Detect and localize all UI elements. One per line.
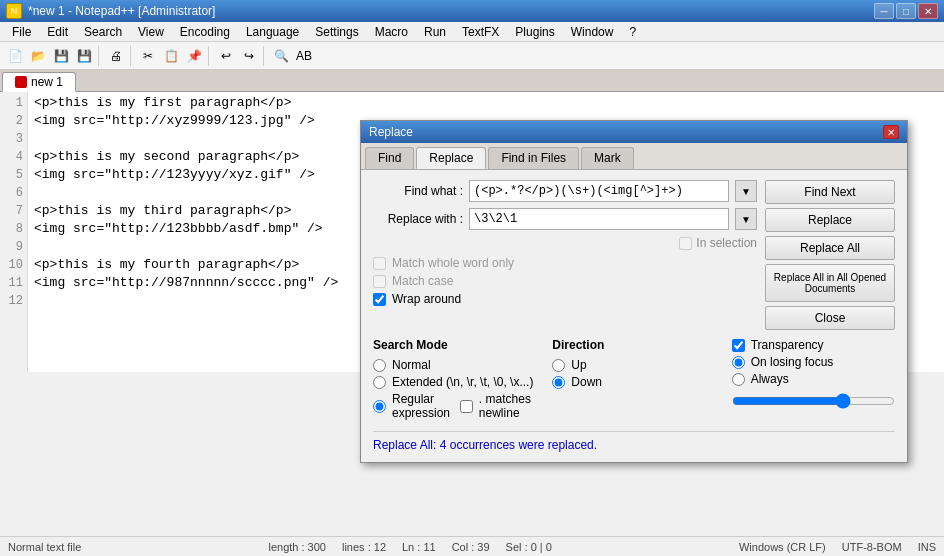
down-label: Down (571, 375, 602, 389)
extended-label: Extended (\n, \r, \t, \0, \x...) (392, 375, 533, 389)
menu-item-?[interactable]: ? (621, 22, 644, 41)
match-whole-word-row: Match whole word only (373, 256, 757, 270)
open-button[interactable]: 📂 (27, 45, 49, 67)
close-window-button[interactable]: ✕ (918, 3, 938, 19)
transparency-slider[interactable] (732, 393, 895, 409)
dialog-lower: Search Mode Normal Extended (\n, \r, \t,… (373, 338, 895, 423)
dialog-tab-find-in-files[interactable]: Find in Files (488, 147, 579, 169)
match-whole-word-checkbox[interactable] (373, 257, 386, 270)
minimize-button[interactable]: ─ (874, 3, 894, 19)
cut-button[interactable]: ✂ (137, 45, 159, 67)
line-number-6: 6 (0, 184, 27, 202)
find-what-input[interactable] (469, 180, 729, 202)
normal-label: Normal (392, 358, 431, 372)
close-dialog-button[interactable]: Close (765, 306, 895, 330)
wrap-around-checkbox[interactable] (373, 293, 386, 306)
match-case-checkbox[interactable] (373, 275, 386, 288)
status-message: Replace All: 4 occurrences were replaced… (373, 431, 895, 452)
transparency-group: Transparency On losing focus Always (732, 338, 895, 423)
replace-all-opened-button[interactable]: Replace All in All Opened Documents (765, 264, 895, 302)
line-number-4: 4 (0, 148, 27, 166)
line-number-5: 5 (0, 166, 27, 184)
print-button[interactable]: 🖨 (105, 45, 127, 67)
down-radio[interactable] (552, 376, 565, 389)
extended-radio-row: Extended (\n, \r, \t, \0, \x...) (373, 375, 536, 389)
menu-item-plugins[interactable]: Plugins (507, 22, 562, 41)
find-what-dropdown[interactable]: ▼ (735, 180, 757, 202)
line-number-12: 12 (0, 292, 27, 310)
code-line-1[interactable]: <p>this is my first paragraph</p> (34, 94, 940, 112)
menu-item-textfx[interactable]: TextFX (454, 22, 507, 41)
new-button[interactable]: 📄 (4, 45, 26, 67)
menu-item-macro[interactable]: Macro (367, 22, 416, 41)
file-type: Normal text file (8, 541, 81, 553)
matches-newline-label: . matches newline (479, 392, 536, 420)
transparency-checkbox[interactable] (732, 339, 745, 352)
extended-radio[interactable] (373, 376, 386, 389)
replace-button2[interactable]: AB (293, 45, 315, 67)
line-number-2: 2 (0, 112, 27, 130)
replace-all-button[interactable]: Replace All (765, 236, 895, 260)
save-button[interactable]: 💾 (50, 45, 72, 67)
always-radio[interactable] (732, 373, 745, 386)
menu-item-encoding[interactable]: Encoding (172, 22, 238, 41)
up-label: Up (571, 358, 586, 372)
always-label: Always (751, 372, 789, 386)
wrap-around-label: Wrap around (392, 292, 461, 306)
tab-new1[interactable]: new 1 (2, 72, 76, 92)
encoding-status: UTF-8-BOM (842, 541, 902, 553)
menu-item-language[interactable]: Language (238, 22, 307, 41)
search-mode-group: Search Mode Normal Extended (\n, \r, \t,… (373, 338, 536, 423)
replace-with-dropdown[interactable]: ▼ (735, 208, 757, 230)
redo-button[interactable]: ↪ (238, 45, 260, 67)
tab-label: new 1 (31, 75, 63, 89)
find-what-row: Find what : ▼ (373, 180, 757, 202)
dialog-tab-find[interactable]: Find (365, 147, 414, 169)
line-number-3: 3 (0, 130, 27, 148)
menu-item-settings[interactable]: Settings (307, 22, 366, 41)
normal-radio[interactable] (373, 359, 386, 372)
on-losing-focus-radio[interactable] (732, 356, 745, 369)
window-controls: ─ □ ✕ (874, 3, 938, 19)
undo-button[interactable]: ↩ (215, 45, 237, 67)
line-ending-status: Windows (CR LF) (739, 541, 826, 553)
regex-radio-row: Regular expression . matches newline (373, 392, 536, 420)
menu-item-file[interactable]: File (4, 22, 39, 41)
regex-radio[interactable] (373, 400, 386, 413)
in-selection-checkbox[interactable] (679, 237, 692, 250)
fields-and-buttons: Find what : ▼ Replace with : ▼ In select… (373, 180, 895, 330)
app-icon: N (6, 3, 22, 19)
status-right: Windows (CR LF) UTF-8-BOM INS (739, 541, 936, 553)
menu-item-search[interactable]: Search (76, 22, 130, 41)
line-number-9: 9 (0, 238, 27, 256)
toolbar-sep1 (98, 46, 102, 66)
copy-button[interactable]: 📋 (160, 45, 182, 67)
dialog-close-button[interactable]: ✕ (883, 125, 899, 139)
search-mode-title: Search Mode (373, 338, 536, 352)
status-middle: length : 300 lines : 12 Ln : 11 Col : 39… (268, 541, 551, 553)
dialog-options: Match whole word only Match case Wrap ar… (373, 256, 757, 306)
up-radio-row: Up (552, 358, 715, 372)
find-next-button[interactable]: Find Next (765, 180, 895, 204)
line-number-10: 10 (0, 256, 27, 274)
menu-item-view[interactable]: View (130, 22, 172, 41)
toolbar: 📄 📂 💾 💾 🖨 ✂ 📋 📌 ↩ ↪ 🔍 AB (0, 42, 944, 70)
menu-item-window[interactable]: Window (563, 22, 622, 41)
dialog-tab-replace[interactable]: Replace (416, 147, 486, 169)
restore-button[interactable]: □ (896, 3, 916, 19)
up-radio[interactable] (552, 359, 565, 372)
on-losing-focus-label: On losing focus (751, 355, 834, 369)
transparency-header-row: Transparency (732, 338, 895, 352)
save-all-button[interactable]: 💾 (73, 45, 95, 67)
window-title: *new 1 - Notepad++ [Administrator] (28, 4, 215, 18)
find-button[interactable]: 🔍 (270, 45, 292, 67)
replace-with-input[interactable] (469, 208, 729, 230)
ins-status: INS (918, 541, 936, 553)
dialog-tab-mark[interactable]: Mark (581, 147, 634, 169)
replace-button[interactable]: Replace (765, 208, 895, 232)
matches-newline-checkbox[interactable] (460, 400, 473, 413)
menu-item-edit[interactable]: Edit (39, 22, 76, 41)
paste-button[interactable]: 📌 (183, 45, 205, 67)
line-number-1: 1 (0, 94, 27, 112)
menu-item-run[interactable]: Run (416, 22, 454, 41)
